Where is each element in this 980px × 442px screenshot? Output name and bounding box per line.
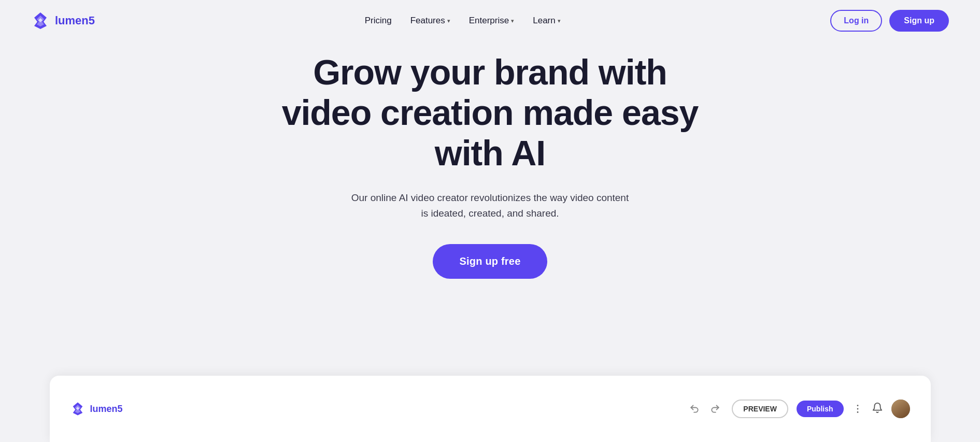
nav-item-learn[interactable]: Learn ▾ <box>533 16 560 26</box>
nav-link-features[interactable]: Features ▾ <box>410 16 450 26</box>
more-options-button[interactable] <box>852 403 863 415</box>
chevron-down-icon: ▾ <box>558 18 561 24</box>
avatar-image <box>891 400 910 418</box>
preview-button[interactable]: PREVIEW <box>732 400 788 418</box>
nav-links: Pricing Features ▾ Enterprise ▾ Learn ▾ <box>365 16 561 26</box>
notifications-button[interactable] <box>872 402 883 416</box>
preview-controls: PREVIEW Publish <box>686 400 910 418</box>
nav-link-learn[interactable]: Learn ▾ <box>533 16 560 26</box>
hero-section: Grow your brand with video creation made… <box>0 41 980 300</box>
nav-buttons: Log in Sign up <box>830 10 949 32</box>
nav-link-enterprise[interactable]: Enterprise ▾ <box>469 16 514 26</box>
login-button[interactable]: Log in <box>830 10 882 32</box>
preview-brand-name: lumen5 <box>90 404 123 415</box>
hero-subtitle: Our online AI video creator revolutioniz… <box>350 190 630 222</box>
publish-button[interactable]: Publish <box>797 401 844 417</box>
logo-icon <box>31 11 50 30</box>
avatar[interactable] <box>891 400 910 418</box>
nav-link-pricing[interactable]: Pricing <box>365 16 392 26</box>
hero-title: Grow your brand with video creation made… <box>278 52 703 174</box>
signup-nav-button[interactable]: Sign up <box>889 10 949 32</box>
nav-item-pricing[interactable]: Pricing <box>365 16 392 26</box>
page-wrapper: lumen5 Pricing Features ▾ Enterprise ▾ <box>0 0 980 442</box>
undo-redo-group <box>686 401 723 417</box>
logo[interactable]: lumen5 <box>31 11 95 30</box>
undo-icon <box>689 404 700 414</box>
brand-name: lumen5 <box>55 14 95 27</box>
preview-logo[interactable]: lumen5 <box>70 402 123 416</box>
chevron-down-icon: ▾ <box>447 18 450 24</box>
nav-item-enterprise[interactable]: Enterprise ▾ <box>469 16 514 26</box>
chevron-down-icon: ▾ <box>511 18 514 24</box>
signup-hero-button[interactable]: Sign up free <box>433 244 548 279</box>
preview-logo-icon <box>70 402 85 416</box>
undo-button[interactable] <box>686 401 703 417</box>
bell-icon <box>872 402 883 414</box>
preview-bar: lumen5 PREVIEW Publish <box>50 376 931 442</box>
navbar: lumen5 Pricing Features ▾ Enterprise ▾ <box>0 0 980 41</box>
nav-item-features[interactable]: Features ▾ <box>410 16 450 26</box>
redo-icon <box>710 404 720 414</box>
preview-icons <box>852 400 910 418</box>
redo-button[interactable] <box>707 401 723 417</box>
svg-point-1 <box>857 408 858 410</box>
svg-point-0 <box>857 405 858 406</box>
svg-point-2 <box>857 411 858 413</box>
dots-vertical-icon <box>852 403 863 415</box>
